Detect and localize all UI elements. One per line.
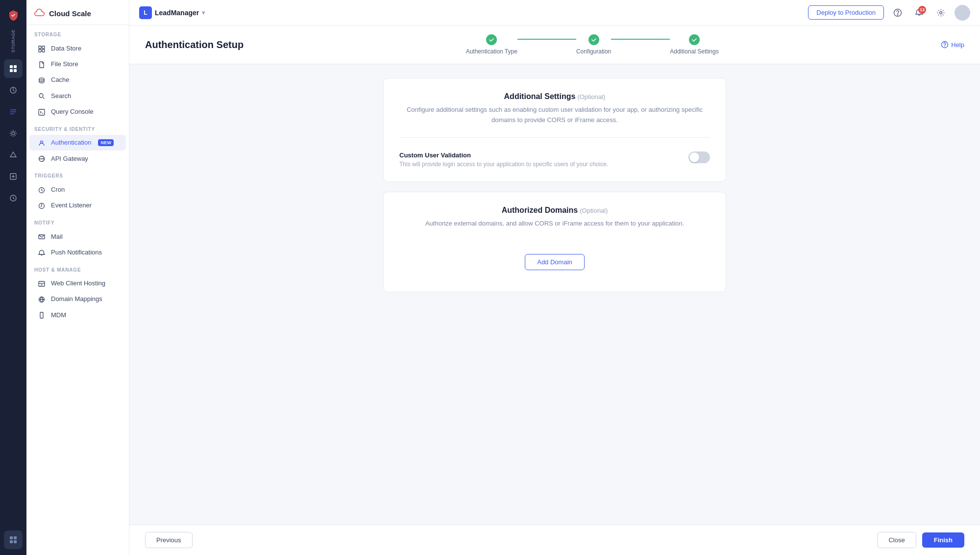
- api-icon: [37, 154, 46, 162]
- sidebar-item-label: Data Store: [51, 45, 81, 52]
- sidebar-item-mail[interactable]: Mail: [29, 228, 126, 244]
- finish-button[interactable]: Finish: [922, 532, 964, 548]
- data-store-icon: [37, 44, 46, 52]
- svg-rect-11: [14, 540, 17, 543]
- toggle-knob: [689, 152, 699, 162]
- rail-icon-1[interactable]: [4, 59, 23, 78]
- svg-rect-18: [39, 109, 45, 115]
- hosting-icon: [37, 279, 46, 287]
- rail-icon-6[interactable]: [4, 167, 23, 186]
- sidebar-item-data-store[interactable]: Data Store: [29, 40, 126, 56]
- new-badge: NEW: [98, 139, 114, 146]
- sidebar-item-query-console[interactable]: Query Console: [29, 103, 126, 119]
- sidebar-item-event-listener[interactable]: Event Listener: [29, 198, 126, 213]
- section-triggers-label: TRIGGERS: [26, 166, 129, 181]
- svg-rect-3: [14, 69, 17, 72]
- domains-content: Add Domain: [399, 240, 710, 278]
- sidebar-item-mdm[interactable]: MDM: [29, 307, 126, 323]
- rail-icon-3[interactable]: [4, 102, 23, 121]
- deploy-button[interactable]: Deploy to Production: [808, 5, 884, 20]
- sidebar-item-domain-mappings[interactable]: Domain Mappings: [29, 291, 126, 307]
- logo-icon[interactable]: [4, 6, 23, 25]
- icon-rail: STORAGE: [0, 0, 26, 555]
- sidebar-item-cron[interactable]: Cron: [29, 181, 126, 197]
- sidebar-item-label: Mail: [51, 233, 63, 240]
- rail-icon-4[interactable]: [4, 124, 23, 143]
- previous-button[interactable]: Previous: [145, 532, 193, 548]
- sidebar-item-search[interactable]: Search: [29, 88, 126, 103]
- domain-icon: [37, 295, 46, 303]
- svg-rect-8: [10, 536, 13, 539]
- card-optional-label: (Optional): [577, 93, 605, 101]
- topbar: L LeadManager ▾ Deploy to Production 13: [129, 0, 980, 25]
- custom-validation-row: Custom User Validation This will provide…: [399, 147, 710, 168]
- main-area: L LeadManager ▾ Deploy to Production 13 …: [129, 0, 980, 555]
- app-name: LeadManager: [155, 9, 199, 17]
- sidebar-item-label: Push Notifications: [51, 249, 102, 256]
- help-button[interactable]: [890, 5, 906, 21]
- cloud-icon: [34, 8, 45, 19]
- svg-point-29: [940, 11, 942, 14]
- notification-badge: 13: [918, 6, 926, 14]
- user-avatar[interactable]: [955, 5, 970, 21]
- step-2-label: Configuration: [576, 48, 611, 55]
- section-storage-label: STORAGE: [26, 25, 129, 40]
- sidebar-item-label: Event Listener: [51, 202, 92, 209]
- content-scroll: Additional Settings(Optional) Configure …: [129, 64, 980, 525]
- add-domain-button[interactable]: Add Domain: [525, 254, 585, 270]
- svg-rect-12: [39, 46, 41, 49]
- console-icon: [37, 107, 46, 115]
- svg-rect-24: [39, 281, 45, 286]
- settings-button[interactable]: [933, 5, 949, 21]
- help-link[interactable]: Help: [941, 41, 964, 49]
- app-selector[interactable]: L LeadManager ▾: [139, 6, 205, 19]
- step-3-circle: [689, 34, 700, 45]
- rail-icon-5[interactable]: [4, 146, 23, 164]
- custom-validation-toggle[interactable]: [688, 151, 710, 163]
- sidebar-item-file-store[interactable]: File Store: [29, 56, 126, 72]
- section-security-label: SECURITY & IDENTITY: [26, 120, 129, 135]
- sidebar-item-label: Web Client Hosting: [51, 279, 105, 287]
- content: Authentication Setup Authentication Type…: [129, 25, 980, 555]
- svg-point-17: [39, 94, 43, 98]
- grid-icon[interactable]: [4, 530, 23, 549]
- file-store-icon: [37, 60, 46, 68]
- auth-icon: [37, 139, 46, 147]
- custom-validation-text: Custom User Validation This will provide…: [399, 151, 608, 168]
- sidebar-item-push-notifications[interactable]: Push Notifications: [29, 244, 126, 260]
- footer: Previous Close Finish: [129, 525, 980, 555]
- sidebar-item-api-gateway[interactable]: API Gateway: [29, 151, 126, 166]
- sidebar-item-label: File Store: [51, 60, 78, 68]
- rail-icon-2[interactable]: [4, 81, 23, 100]
- step-1-label: Authentication Type: [466, 48, 517, 55]
- card-title-additional: Additional Settings(Optional): [399, 92, 710, 101]
- close-button[interactable]: Close: [877, 532, 916, 548]
- wizard-step-3: Additional Settings: [670, 34, 718, 55]
- svg-point-28: [897, 14, 898, 15]
- search-icon: [37, 92, 46, 100]
- svg-rect-10: [10, 540, 13, 543]
- cache-icon: [37, 76, 46, 84]
- sidebar-item-web-client-hosting[interactable]: Web Client Hosting: [29, 276, 126, 291]
- notifications-button[interactable]: 13: [911, 5, 927, 21]
- sidebar-item-label: MDM: [51, 311, 66, 319]
- rail-bottom: [4, 530, 23, 549]
- additional-settings-card: Additional Settings(Optional) Configure …: [383, 78, 726, 182]
- card-description-additional: Configure additional settings such as en…: [399, 105, 710, 126]
- rail-icon-7[interactable]: [4, 189, 23, 207]
- sidebar-item-cache[interactable]: Cache: [29, 72, 126, 88]
- wizard-steps: Authentication Type Configuration Addi: [263, 34, 921, 55]
- custom-validation-desc: This will provide login access to your a…: [399, 161, 608, 168]
- sidebar-item-authentication[interactable]: Authentication NEW: [29, 135, 126, 151]
- svg-rect-15: [42, 50, 45, 52]
- sidebar-item-label: Cron: [51, 186, 65, 193]
- svg-rect-14: [39, 50, 41, 52]
- sidebar-item-label: Search: [51, 92, 71, 100]
- section-host-label: HOST & MANAGE: [26, 260, 129, 276]
- sidebar-item-label: Cache: [51, 76, 70, 83]
- svg-rect-13: [42, 46, 45, 49]
- sidebar-item-label: Query Console: [51, 108, 94, 115]
- bell-icon: [37, 248, 46, 256]
- custom-validation-label: Custom User Validation: [399, 151, 608, 159]
- step-2-circle: [588, 34, 599, 45]
